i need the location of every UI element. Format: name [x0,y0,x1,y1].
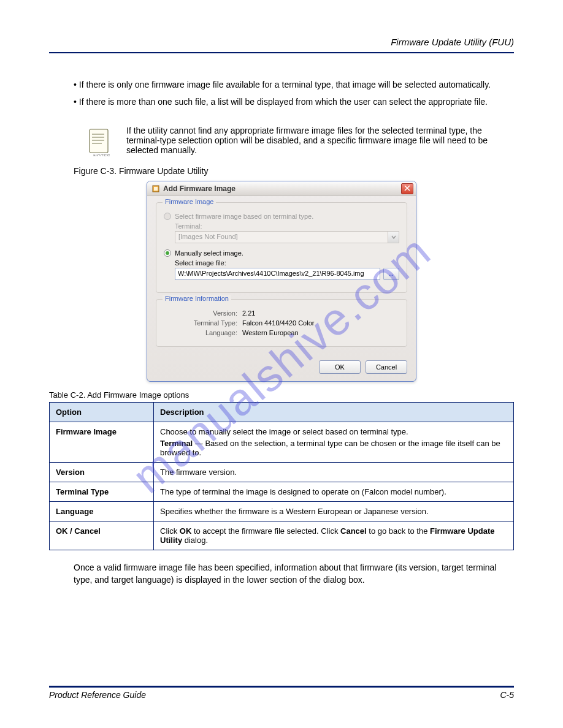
options-table: Option Description Firmware ImageChoose … [49,402,514,550]
language-value: Western European [242,329,299,336]
language-label: Language: [164,329,237,336]
version-label: Version: [164,309,237,317]
table-row: LanguageSpecifies whether the firmware i… [50,502,514,521]
option-cell: OK / Cancel [50,521,154,550]
add-firmware-dialog: Add Firmware Image Firmware Image Select… [147,181,416,382]
chevron-down-icon [388,232,399,242]
intro-p1: • If there is only one firmware image fi… [74,80,514,91]
close-button[interactable] [401,183,413,194]
radio-icon [164,213,171,220]
table-row: Terminal TypeThe type of terminal the im… [50,482,514,502]
radio-terminal-type: Select firmware image based on terminal … [164,213,399,220]
option-cell: Language [50,502,154,521]
version-value: 2.21 [242,309,255,317]
note-block: NOTES If the utility cannot find any app… [86,126,514,156]
option-cell: Firmware Image [50,422,154,463]
header-rule [49,52,514,53]
browse-button[interactable]: … [383,268,399,280]
note-icon: NOTES [86,126,117,156]
post-text: Once a valid firmware image file has bee… [74,561,514,586]
description-cell: The type of terminal the image is design… [154,482,514,502]
firmware-image-legend: Firmware Image [163,198,216,205]
footer-rule [49,686,514,688]
description-cell: The firmware version. [154,463,514,482]
option-cell: Terminal Type [50,482,154,502]
terminal-combo: [Images Not Found] [175,231,399,243]
figure-label: Figure C-3. Firmware Update Utility [74,166,514,176]
header-title: Firmware Update Utility (FUU) [49,37,514,47]
terminal-type-value: Falcon 4410/4420 Color [242,319,314,327]
svg-text:NOTES: NOTES [93,153,110,156]
radio-icon [164,249,171,257]
description-cell: Specifies whether the firmware is a West… [154,502,514,521]
firmware-info-group: Firmware Information Version: 2.21 Termi… [156,299,407,347]
table-row: OK / CancelClick OK to accept the firmwa… [50,521,514,550]
table-caption: Table C-2. Add Firmware Image options [49,390,514,400]
radio-manual-label: Manually select image. [175,249,243,257]
footer-right: C-5 [500,690,514,700]
note-text: If the utility cannot find any appropria… [126,126,514,156]
dialog-app-icon [151,184,161,194]
footer-left: Product Reference Guide [49,690,500,700]
footer: Product Reference Guide C-5 [49,686,514,700]
ok-button[interactable]: OK [319,360,361,374]
close-icon [404,185,410,192]
radio-terminal-type-label: Select firmware image based on terminal … [175,213,313,220]
ellipsis-icon: … [388,271,394,277]
terminal-type-label: Terminal Type: [164,319,237,327]
th-option: Option [50,403,154,422]
intro-p2: • If there is more than one such file, a… [74,97,514,108]
select-file-label: Select image file: [175,259,399,267]
cancel-button[interactable]: Cancel [366,360,407,374]
description-cell: Choose to manually select the image or s… [154,422,514,463]
svg-rect-7 [154,187,158,191]
table-row: Firmware ImageChoose to manually select … [50,422,514,463]
description-cell: Click OK to accept the firmware file sel… [154,521,514,550]
dialog-titlebar: Add Firmware Image [147,181,416,196]
svg-rect-0 [90,129,108,153]
th-description: Description [154,403,514,422]
image-file-input[interactable]: W:\MW\Projects\Archives\4410C\Images\v2_… [175,268,380,280]
terminal-label: Terminal: [175,222,399,230]
intro-text: • If there is only one firmware image fi… [49,80,514,107]
dialog-title: Add Firmware Image [163,184,401,193]
combo-dropdown-button [388,232,399,243]
firmware-info-legend: Firmware Information [163,295,231,302]
radio-manual-select[interactable]: Manually select image. [164,249,399,257]
table-row: VersionThe firmware version. [50,463,514,482]
option-cell: Version [50,463,154,482]
firmware-image-group: Firmware Image Select firmware image bas… [156,202,407,293]
terminal-combo-value: [Images Not Found] [175,232,388,243]
